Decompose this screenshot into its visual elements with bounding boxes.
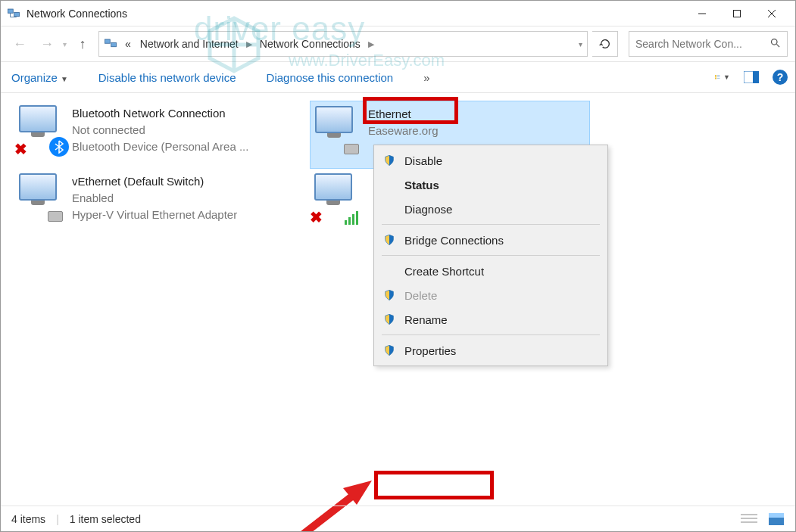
wifi-signal-icon	[345, 211, 358, 225]
connection-item-bluetooth[interactable]: ✖ Bluetooth Network Connection Not conne…	[14, 101, 295, 169]
svg-rect-29	[769, 513, 784, 518]
ctx-disable[interactable]: Disable	[376, 148, 606, 173]
minimize-button[interactable]	[685, 2, 720, 25]
context-menu: Disable Status Diagnose Bridge Connectio…	[373, 145, 608, 366]
maximize-button[interactable]	[720, 2, 754, 25]
svg-rect-16	[715, 76, 716, 77]
details-view-button[interactable]	[741, 512, 757, 526]
disable-device-button[interactable]: Disable this network device	[95, 68, 239, 87]
minimize-icon	[698, 9, 707, 18]
connection-icon: ✖	[314, 173, 360, 226]
disconnected-x-icon: ✖	[14, 140, 27, 158]
connection-item-vethernet[interactable]: vEthernet (Default Switch) Enabled Hyper…	[14, 169, 295, 237]
ethernet-plug-icon	[344, 144, 359, 154]
refresh-button[interactable]	[592, 31, 618, 57]
svg-rect-17	[715, 78, 716, 79]
search-input[interactable]	[635, 38, 769, 50]
address-bar[interactable]: « Network and Internet ▶ Network Connect…	[98, 31, 588, 57]
breadcrumb-prefix: «	[123, 38, 133, 50]
annotation-highlight-properties	[374, 471, 494, 499]
connection-status: Easeware.org	[368, 123, 439, 139]
ctx-shortcut[interactable]: Create Shortcut	[376, 259, 606, 283]
shield-icon	[382, 289, 397, 301]
breadcrumb-sep-icon[interactable]: ▶	[246, 39, 252, 49]
status-bar: 4 items | 1 item selected	[1, 506, 795, 531]
search-box[interactable]	[629, 31, 788, 57]
address-dropdown-icon[interactable]: ▾	[579, 40, 582, 48]
connection-icon	[315, 106, 361, 159]
help-button[interactable]: ?	[773, 70, 788, 85]
up-button[interactable]: ↑	[71, 33, 94, 55]
svg-rect-12	[111, 43, 117, 47]
window-title: Network Connections	[27, 8, 685, 20]
connection-name: vEthernet (Default Switch)	[72, 173, 237, 190]
view-options-button[interactable]: ▼	[715, 70, 730, 85]
disconnected-x-icon: ✖	[310, 208, 323, 226]
svg-rect-3	[8, 9, 14, 13]
connection-device: Bluetooth Device (Personal Area ...	[72, 138, 248, 155]
status-item-count: 4 items	[11, 513, 45, 525]
app-icon	[7, 7, 20, 20]
maximize-icon	[732, 9, 741, 18]
close-button[interactable]	[754, 2, 789, 25]
svg-rect-8	[734, 10, 741, 17]
forward-button[interactable]: →	[36, 33, 58, 55]
refresh-icon	[599, 38, 611, 50]
titlebar: Network Connections	[1, 1, 795, 26]
ctx-rename[interactable]: Rename	[376, 307, 606, 331]
diagnose-connection-button[interactable]: Diagnose this connection	[264, 68, 397, 87]
status-selection-count: 1 item selected	[70, 513, 141, 525]
svg-line-14	[776, 44, 779, 47]
more-commands-button[interactable]: »	[420, 68, 432, 87]
svg-rect-11	[105, 39, 111, 43]
ethernet-plug-icon	[48, 211, 63, 222]
recent-dropdown-icon[interactable]: ▾	[63, 40, 67, 48]
connection-name: Bluetooth Network Connection	[72, 105, 248, 122]
preview-pane-button[interactable]	[744, 70, 759, 85]
close-icon	[767, 9, 776, 18]
shield-icon	[382, 154, 397, 166]
search-icon[interactable]	[769, 37, 781, 51]
ctx-properties[interactable]: Properties	[376, 338, 606, 362]
connection-device: Hyper-V Virtual Ethernet Adapter	[72, 207, 237, 223]
shield-icon	[382, 313, 397, 325]
svg-point-13	[772, 39, 778, 45]
ctx-delete: Delete	[376, 283, 606, 307]
shield-icon	[382, 234, 397, 246]
breadcrumb-part-2[interactable]: Network Connections	[258, 38, 362, 50]
svg-rect-22	[753, 71, 759, 83]
breadcrumb-sep-icon[interactable]: ▶	[368, 39, 374, 49]
connection-icon	[19, 173, 64, 226]
content-area: ✖ Bluetooth Network Connection Not conne…	[1, 93, 795, 506]
ctx-bridge[interactable]: Bridge Connections	[376, 228, 606, 252]
navbar: ← → ▾ ↑ « Network and Internet ▶ Network…	[1, 26, 795, 61]
large-icons-view-button[interactable]	[768, 512, 785, 526]
breadcrumb-part-1[interactable]: Network and Internet	[139, 38, 240, 50]
svg-rect-15	[715, 75, 716, 76]
ctx-status[interactable]: Status	[376, 173, 606, 197]
shield-icon	[382, 344, 397, 356]
back-button[interactable]: ←	[8, 33, 31, 55]
bluetooth-icon	[49, 137, 69, 157]
organize-menu[interactable]: Organize▼	[8, 68, 71, 87]
connection-status: Enabled	[72, 190, 237, 207]
svg-rect-4	[14, 12, 20, 16]
connection-icon: ✖	[19, 105, 64, 158]
location-icon	[104, 37, 117, 51]
command-bar: Organize▼ Disable this network device Di…	[1, 61, 795, 93]
annotation-highlight-ethernet	[363, 97, 458, 124]
connection-status: Not connected	[72, 122, 248, 138]
ctx-diagnose[interactable]: Diagnose	[376, 197, 606, 221]
